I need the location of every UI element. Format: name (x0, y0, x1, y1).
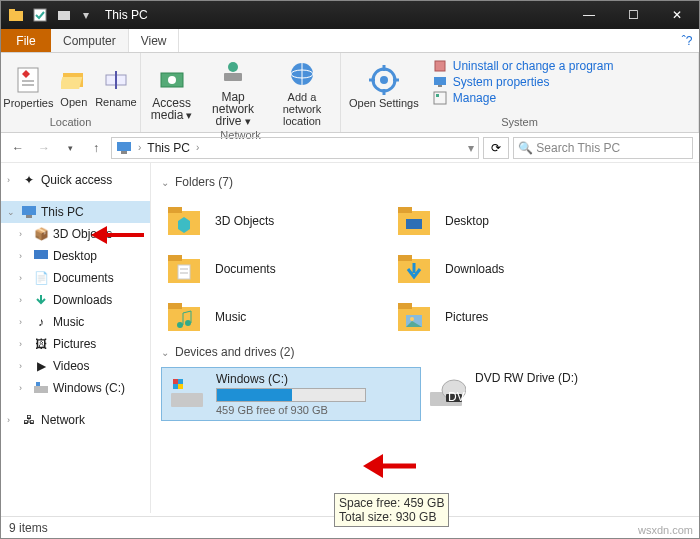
dropdown-icon[interactable]: ▾ (468, 141, 474, 155)
folder-pictures[interactable]: Pictures (391, 293, 621, 341)
folders-section-header[interactable]: ⌄Folders (7) (161, 175, 689, 189)
drive-d[interactable]: DVD DVD RW Drive (D:) (421, 367, 681, 421)
svg-rect-10 (115, 71, 117, 89)
star-icon: ✦ (21, 172, 37, 188)
sidebar-item-videos[interactable]: ›▶Videos (1, 355, 150, 377)
svg-rect-3 (58, 11, 70, 20)
breadcrumb-item[interactable]: This PC (147, 141, 190, 155)
downloads-icon (393, 248, 435, 290)
drive-icon (166, 372, 208, 414)
chevron-down-icon: ⌄ (161, 177, 169, 188)
svg-point-14 (228, 62, 238, 72)
sidebar-item-3d[interactable]: ›📦3D Objects (1, 223, 150, 245)
svg-rect-34 (36, 382, 40, 386)
rename-button[interactable]: Rename (96, 55, 136, 116)
address-bar-row: ← → ▾ ↑ › This PC › ▾ ⟳ 🔍 Search This PC (1, 133, 699, 163)
network-icon: 🖧 (21, 412, 37, 428)
documents-icon: 📄 (33, 270, 49, 286)
svg-rect-23 (435, 61, 445, 71)
uninstall-link[interactable]: Uninstall or change a program (433, 59, 686, 73)
file-tab[interactable]: File (1, 29, 51, 52)
map-drive-button[interactable]: Map network drive ▾ (200, 55, 266, 129)
add-location-button[interactable]: Add a network location (268, 55, 336, 129)
thispc-icon (116, 140, 132, 156)
computer-tab[interactable]: Computer (51, 29, 129, 52)
drive-c-label: Windows (C:) (216, 372, 416, 386)
search-input[interactable]: 🔍 Search This PC (513, 137, 693, 159)
svg-point-50 (185, 320, 191, 326)
svg-rect-47 (168, 307, 200, 331)
folder-desktop[interactable]: Desktop (391, 197, 621, 245)
location-group-label: Location (5, 116, 136, 130)
recent-dropdown[interactable]: ▾ (59, 137, 81, 159)
manage-link[interactable]: Manage (433, 91, 686, 105)
svg-text:DVD: DVD (448, 390, 466, 404)
svg-rect-1 (9, 9, 15, 13)
sidebar-item-downloads[interactable]: ›Downloads (1, 289, 150, 311)
svg-rect-6 (22, 84, 34, 86)
media-icon (156, 63, 188, 97)
folder-downloads[interactable]: Downloads (391, 245, 621, 293)
folder-documents[interactable]: Documents (161, 245, 391, 293)
monitor-icon (433, 75, 447, 89)
title-bar: ▾ This PC — ☐ ✕ (1, 1, 699, 29)
sidebar-item-quick-access[interactable]: ›✦Quick access (1, 169, 150, 191)
forward-button[interactable]: → (33, 137, 55, 159)
breadcrumb[interactable]: › This PC › ▾ (111, 137, 479, 159)
refresh-button[interactable]: ⟳ (483, 137, 509, 159)
sidebar-item-this-pc[interactable]: ⌄This PC (1, 201, 150, 223)
folder-icon[interactable] (5, 4, 27, 26)
drive-c-free: 459 GB free of 930 GB (216, 404, 416, 416)
properties-button[interactable]: Properties (5, 55, 52, 116)
up-button[interactable]: ↑ (85, 137, 107, 159)
maximize-button[interactable]: ☐ (611, 1, 655, 29)
system-properties-link[interactable]: System properties (433, 75, 686, 89)
dvd-icon: DVD (425, 371, 467, 413)
window-title: This PC (99, 8, 148, 22)
svg-rect-2 (34, 9, 46, 21)
open-icon (58, 64, 90, 96)
access-media-button[interactable]: Access media ▾ (145, 55, 198, 129)
help-icon[interactable]: ˆ? (675, 29, 699, 52)
open-settings-button[interactable]: Open Settings (345, 55, 423, 116)
chevron-right-icon[interactable]: › (196, 142, 199, 153)
svg-rect-24 (434, 77, 446, 85)
navigation-tree: ›✦Quick access ⌄This PC ›📦3D Objects ›De… (1, 163, 151, 513)
sidebar-item-documents[interactable]: ›📄Documents (1, 267, 150, 289)
svg-rect-38 (398, 207, 412, 213)
chevron-right-icon[interactable]: › (138, 142, 141, 153)
properties-icon (12, 63, 44, 97)
svg-rect-8 (61, 77, 82, 89)
back-button[interactable]: ← (7, 137, 29, 159)
qat-dropdown-icon[interactable]: ▾ (77, 8, 95, 22)
search-icon: 🔍 (518, 141, 533, 155)
sidebar-item-pictures[interactable]: ›🖼Pictures (1, 333, 150, 355)
folder-small-icon[interactable] (53, 4, 75, 26)
sidebar-item-network[interactable]: ›🖧Network (1, 409, 150, 431)
open-button[interactable]: Open (54, 55, 94, 116)
content-pane: ⌄Folders (7) 3D Objects Desktop Document… (151, 163, 699, 513)
sidebar-item-desktop[interactable]: ›Desktop (1, 245, 150, 267)
svg-rect-52 (398, 303, 412, 309)
svg-rect-39 (406, 219, 422, 229)
sidebar-item-windows-c[interactable]: ›Windows (C:) (1, 377, 150, 399)
svg-point-54 (410, 317, 414, 321)
drive-icon (33, 380, 49, 396)
drive-c-bar (216, 388, 366, 402)
close-button[interactable]: ✕ (655, 1, 699, 29)
watermark: wsxdn.com (638, 524, 693, 536)
downloads-icon (33, 292, 49, 308)
svg-rect-26 (434, 92, 446, 104)
minimize-button[interactable]: — (567, 1, 611, 29)
drives-section-header[interactable]: ⌄Devices and drives (2) (161, 345, 689, 359)
sidebar-item-music[interactable]: ›♪Music (1, 311, 150, 333)
folder-3d-objects[interactable]: 3D Objects (161, 197, 391, 245)
manage-icon (433, 91, 447, 105)
svg-point-12 (168, 76, 176, 84)
drive-c[interactable]: Windows (C:) 459 GB free of 930 GB (161, 367, 421, 421)
svg-rect-33 (34, 386, 48, 393)
folder-music[interactable]: Music (161, 293, 391, 341)
pictures-icon: 🖼 (33, 336, 49, 352)
checkbox-icon[interactable] (29, 4, 51, 26)
view-tab[interactable]: View (129, 29, 180, 52)
